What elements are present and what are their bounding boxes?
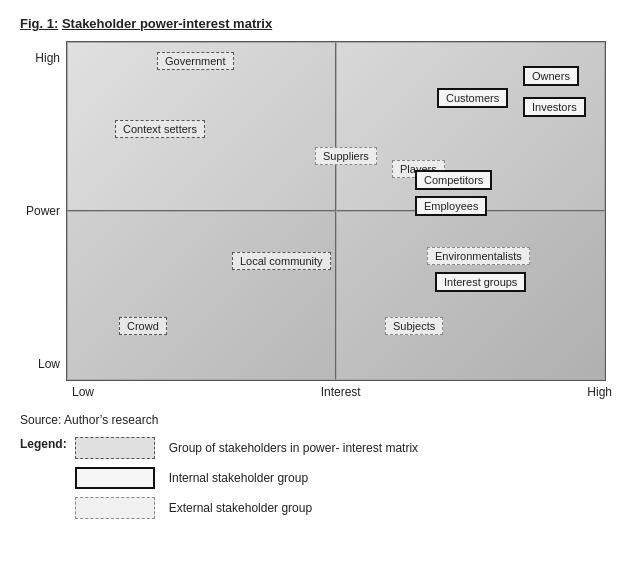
stakeholder-employees: Employees: [415, 196, 487, 216]
fig-title-prefix: Fig. 1:: [20, 16, 58, 31]
matrix-grid: Government Context setters Suppliers Pla…: [66, 41, 606, 381]
legend-label-internal: Internal stakeholder group: [169, 471, 308, 485]
legend-icon-group: [75, 437, 155, 459]
legend-label-external: External stakeholder group: [169, 501, 312, 515]
stakeholder-interest-groups: Interest groups: [435, 272, 526, 292]
x-axis-high: High: [587, 385, 612, 399]
legend: Legend: Group of stakeholders in power- …: [20, 437, 608, 527]
x-axis-mid: Interest: [321, 385, 361, 399]
stakeholder-government: Government: [157, 52, 234, 70]
stakeholder-crowd: Crowd: [119, 317, 167, 335]
stakeholder-competitors: Competitors: [415, 170, 492, 190]
x-axis: Low Interest High: [72, 385, 612, 399]
stakeholder-local-community: Local community: [232, 252, 331, 270]
y-axis-low: Low: [38, 357, 60, 371]
legend-row-internal: Internal stakeholder group: [75, 467, 418, 489]
legend-icon-internal: [75, 467, 155, 489]
y-axis-high: High: [35, 51, 60, 65]
stakeholder-subjects: Subjects: [385, 317, 443, 335]
stakeholder-investors: Investors: [523, 97, 586, 117]
stakeholder-suppliers: Suppliers: [315, 147, 377, 165]
stakeholder-environmentalists: Environmentalists: [427, 247, 530, 265]
stakeholder-customers: Customers: [437, 88, 508, 108]
fig-title: Fig. 1: Stakeholder power-interest matri…: [20, 16, 608, 31]
legend-icon-external: [75, 497, 155, 519]
y-axis: High Power Low: [20, 41, 66, 381]
legend-title: Legend:: [20, 437, 67, 451]
quadrant-bottom-right: [336, 211, 605, 380]
x-axis-low: Low: [72, 385, 94, 399]
stakeholder-context-setters: Context setters: [115, 120, 205, 138]
legend-label-group: Group of stakeholders in power- interest…: [169, 441, 418, 455]
stakeholder-owners: Owners: [523, 66, 579, 86]
legend-row-external: External stakeholder group: [75, 497, 418, 519]
fig-title-highlighted: Stakeholder power-interest matrix: [62, 16, 272, 31]
legend-row-group: Group of stakeholders in power- interest…: [75, 437, 418, 459]
quadrant-bottom-left: [67, 211, 336, 380]
y-axis-mid: Power: [26, 204, 60, 218]
source-line: Source: Author’s research: [20, 413, 608, 427]
